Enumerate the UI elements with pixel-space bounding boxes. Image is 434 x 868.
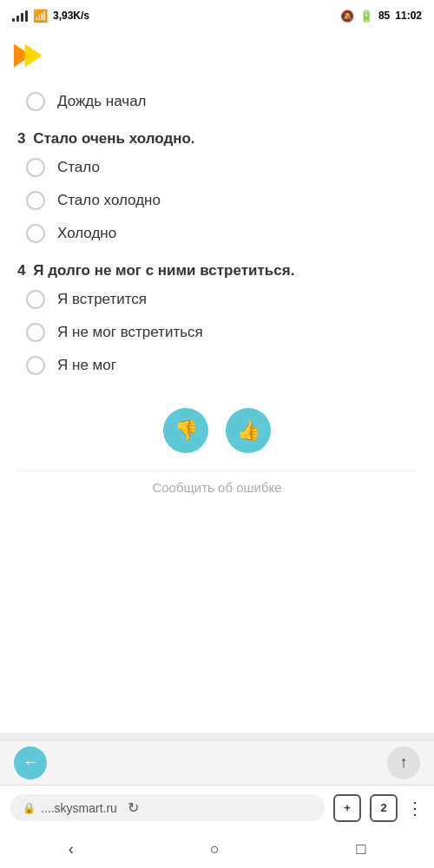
back-button[interactable]: ← [14,746,47,779]
feedback-section: 👎 👍 [0,382,434,470]
like-icon: 👍 [237,419,260,442]
report-error-link[interactable]: Сообщить об ошибке [152,480,281,495]
android-nav: ‹ ○ □ [0,830,434,868]
url-text: ....skysmart.ru [41,801,117,815]
bell-icon: 🔕 [340,10,354,23]
svg-marker-1 [25,44,43,68]
browser-actions: + 2 ⋮ [333,794,424,822]
question-4-label: 4 Я долго не мог с ними встретиться. [17,262,294,279]
android-back-icon: ‹ [69,840,74,858]
new-tab-button[interactable]: + [333,794,361,822]
q4-option-3-row: Я не мог [0,349,434,382]
question-4-text: Я долго не мог с ними встретиться. [33,262,294,279]
q3-option-1-row: Стало [0,151,434,184]
q3-radio-3[interactable] [26,224,45,243]
radio-option[interactable] [26,92,45,111]
q4-radio-1[interactable] [26,290,45,309]
q3-option-2-row: Стало холодно [0,184,434,217]
dislike-button[interactable]: 👎 [163,408,208,453]
browser-bar: 🔒 ....skysmart.ru ↻ + 2 ⋮ [0,785,434,830]
question-3-block: 3 Стало очень холодно. [0,118,434,151]
q4-option-1-row: Я встретится [0,283,434,316]
q3-option-2-text: Стало холодно [57,192,161,209]
time: 11:02 [395,10,422,22]
status-bar: 📶 3,93K/s 🔕 🔋 85 11:02 [0,0,434,31]
battery-level: 85 [378,10,390,22]
android-home-button[interactable]: ○ [210,840,220,858]
partial-option-row: Дождь начал [0,89,434,118]
lock-icon: 🔒 [23,802,36,814]
question-4-block: 4 Я долго не мог с ними встретиться. [0,250,434,283]
wifi-icon: 📶 [33,9,48,23]
report-section: Сообщить об ошибке [17,470,417,513]
app-header [0,31,434,80]
q4-option-2-text: Я не мог встретиться [57,324,203,341]
status-right: 🔕 🔋 85 11:02 [340,10,422,23]
android-back-button[interactable]: ‹ [69,840,74,858]
q3-radio-1[interactable] [26,158,45,177]
up-button[interactable]: ↑ [387,746,420,779]
url-box[interactable]: 🔒 ....skysmart.ru ↻ [10,794,325,821]
q3-radio-2[interactable] [26,191,45,210]
main-content: Дождь начал 3 Стало очень холодно. Стало… [0,80,434,733]
tab-count-button[interactable]: 2 [370,794,398,822]
status-left: 📶 3,93K/s [12,9,89,23]
signal-icon [12,10,28,22]
question-3-text: Стало очень холодно. [33,130,194,147]
q3-option-1-text: Стало [57,159,100,176]
battery-icon: 🔋 [359,10,373,23]
tab-count-text: 2 [380,801,386,814]
divider [0,733,434,740]
network-speed: 3,93K/s [53,10,89,22]
reload-icon[interactable]: ↻ [128,799,139,816]
like-button[interactable]: 👍 [226,408,271,453]
q4-radio-2[interactable] [26,323,45,342]
android-recent-icon: □ [356,840,365,858]
android-home-icon: ○ [210,840,220,858]
android-recent-button[interactable]: □ [356,840,365,858]
bottom-nav: ← ↑ [0,740,434,785]
q4-option-2-row: Я не мог встретиться [0,316,434,349]
up-arrow-icon: ↑ [400,753,408,772]
q4-radio-3[interactable] [26,356,45,375]
q3-option-3-row: Холодно [0,217,434,250]
browser-menu-icon[interactable]: ⋮ [406,798,424,819]
q4-option-3-text: Я не мог [57,357,116,374]
q3-option-3-text: Холодно [57,225,116,242]
partial-option-text: Дождь начал [57,93,147,110]
question-3-label: 3 Стало очень холодно. [17,130,195,147]
dislike-icon: 👎 [174,419,198,442]
new-tab-icon: + [344,801,351,814]
q4-option-1-text: Я встретится [57,291,147,308]
app-logo [14,40,45,71]
back-arrow-icon: ← [23,753,38,772]
